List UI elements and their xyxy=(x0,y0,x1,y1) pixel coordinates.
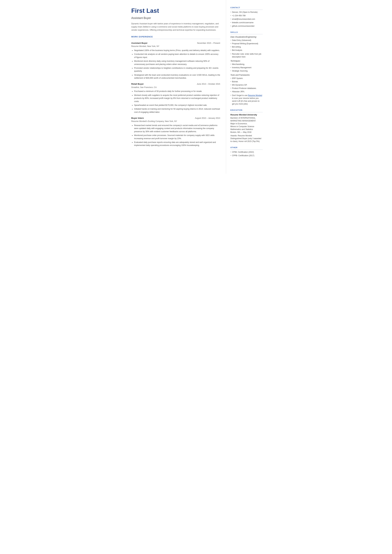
skill-3-1: ERP System. xyxy=(231,77,263,80)
contact-github: github.com/resumeworded xyxy=(231,25,263,28)
skill-3-2: Biztrak. xyxy=(231,80,263,83)
job-company-2: Growthsi, San Francisco, CA xyxy=(131,86,220,89)
contact-email: email@resumeworded.com xyxy=(231,18,263,21)
edu-details: Major in Economics. Minors in Computer S… xyxy=(231,122,263,133)
work-experience-section: Assistant Buyer November 2015 – Present … xyxy=(131,42,220,147)
skills-list-3: ERP System. Biztrak. MS Dynamics GP. Pro… xyxy=(231,77,263,93)
job-bullets-2: Purchased a minimum of 50 products daily… xyxy=(131,90,220,114)
contact-phone: +1-234-456-789 xyxy=(231,14,263,17)
resume-worded-link[interactable]: Resume Worded xyxy=(248,94,262,97)
scan-note-prefix: Don't forget to use xyxy=(232,94,248,97)
skill-3-4: Product Producer databases. xyxy=(231,87,263,90)
edu-awards: Awards: Resume Worded Distinguished Buye… xyxy=(231,134,263,143)
skill-1-3: Bid writing. xyxy=(231,45,263,48)
job-bullets-1: Negotiated 100% of the business buying t… xyxy=(131,49,220,80)
job-title-1: Assistant Buyer xyxy=(131,42,148,45)
job-block-3: Buyer Intern August 2010 – January 2013 … xyxy=(131,117,220,147)
edu-school: Resume Worded University xyxy=(231,113,263,116)
job-bullet-2-1: Purchased a minimum of 50 products daily… xyxy=(134,90,220,93)
job-company-3: Resume Worded's Exciting Company, New Yo… xyxy=(131,120,220,123)
contact-location: Denver, OH (Open to Remote) xyxy=(231,11,263,14)
other-section-header: OTHER xyxy=(231,146,263,150)
skills-section-header: SKILLS xyxy=(231,31,263,35)
job-dates-3: August 2010 – January 2013 xyxy=(195,117,220,120)
skill-3-5: Atlassian JIRA. xyxy=(231,90,263,93)
job-company-1: Resume Worded, New York, NY xyxy=(131,45,220,48)
other-item-2: CPPB- Certification (2017) xyxy=(231,154,263,157)
job-block-2: Retail Buyer June 2013 – October 2015 Gr… xyxy=(131,83,220,114)
job-dates-1: November 2015 – Present xyxy=(197,42,220,45)
edu-degree: Bachelor of INTERNATIONAL MARKETING MANA… xyxy=(231,117,263,122)
skills-category-2: Techniques: xyxy=(231,60,263,62)
skill-2-1: Merchandising. xyxy=(231,63,263,66)
education-block: Resume Worded University Bachelor of INT… xyxy=(231,113,263,143)
other-item-1: CPIM- Certification (2022) xyxy=(231,151,263,154)
scan-note: Don't forget to use Resume Worded to sca… xyxy=(231,94,263,105)
skill-3-3: MS Dynamics GP. xyxy=(231,84,263,86)
skills-category-1: Data Visualization/Engineering: xyxy=(231,35,263,38)
scan-note-suffix: to scan your resume before you send it o… xyxy=(232,97,259,105)
candidate-name: First Last xyxy=(131,6,220,15)
job-bullet-1-1: Negotiated 100% of the business buying t… xyxy=(134,49,220,52)
skills-list-2: Merchandising. Inventory Management Stra… xyxy=(231,63,263,72)
skill-1-4: Bid Analysis xyxy=(231,49,263,52)
job-bullet-1-4: Promoted vendor relationships to heighte… xyxy=(134,67,220,73)
skills-list-1: Data Entry (Advanced) Proposal Writing (… xyxy=(231,39,263,52)
job-block-1: Assistant Buyer November 2015 – Present … xyxy=(131,42,220,80)
skill-1-1: Data Entry (Advanced) xyxy=(231,39,263,42)
work-experience-section-header: WORK EXPERIENCE xyxy=(131,35,220,39)
skills-category-3: Tools and Frameworks: xyxy=(231,74,263,77)
skill-1-2: Proposal Writing (Experienced) xyxy=(231,42,263,45)
job-title-2: Retail Buyer xyxy=(131,83,144,86)
candidate-title: Assistant Buyer xyxy=(131,16,220,20)
other-list: CPIM- Certification (2022) CPPB- Certifi… xyxy=(231,151,263,157)
skill-2-3: Strategic Sourcing. xyxy=(231,70,263,72)
job-bullet-3-3: Evaluated daily purchase reports ensurin… xyxy=(134,141,220,147)
job-bullet-2-3: Spearheaded an event that yielded $170,0… xyxy=(134,104,220,107)
skill-2-2: Inventory Management xyxy=(231,66,263,69)
contact-linkedin: linkedin.com/in/username xyxy=(231,21,263,24)
job-bullet-3-1: Researched market trends and ensured the… xyxy=(134,124,220,133)
recruiter-note: Recruiter note: enter skills from job de… xyxy=(231,53,263,58)
contact-section-header: CONTACT xyxy=(231,6,263,10)
job-bullet-1-3: Monitored stock directory daily using in… xyxy=(134,60,220,66)
candidate-summary: Dynamic Assistant buyer with twelve year… xyxy=(131,22,220,32)
job-dates-2: June 2013 – October 2015 xyxy=(197,83,220,86)
job-bullet-2-4: Initiated hands-on training and mentorin… xyxy=(134,108,220,114)
contact-list: Denver, OH (Open to Remote) +1-234-456-7… xyxy=(231,11,263,28)
job-title-3: Buyer Intern xyxy=(131,117,144,120)
job-bullet-3-2: Monitored purchase order processes. Sour… xyxy=(134,134,220,140)
job-bullet-1-5: Strategized with the team and conducted … xyxy=(134,74,220,80)
education-section-header: EDUCATION xyxy=(231,109,263,112)
job-bullet-2-2: Worked closely with suppliers to acquire… xyxy=(134,94,220,103)
job-bullets-3: Researched market trends and ensured the… xyxy=(131,124,220,147)
job-bullet-1-2: Conducted risk analysis on all vendors p… xyxy=(134,53,220,59)
